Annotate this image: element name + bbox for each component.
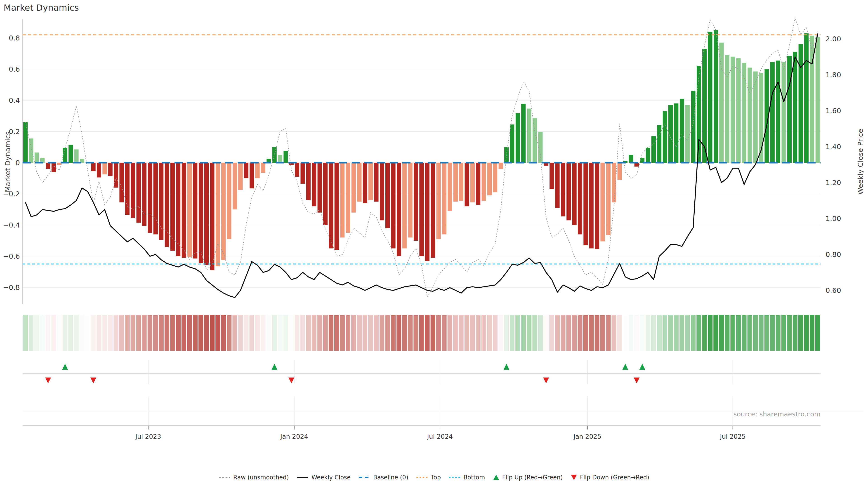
legend-flip-up-swatch bbox=[493, 475, 499, 480]
right-tick-label: 1.80 bbox=[826, 71, 841, 79]
x-axis-tick-label: Jul 2025 bbox=[719, 433, 746, 440]
legend-top-swatch bbox=[416, 477, 428, 478]
flip-down-marker bbox=[543, 378, 549, 383]
legend-raw-swatch bbox=[219, 477, 230, 478]
legend-flip-up-label: Flip Up (Red→Green) bbox=[502, 474, 563, 481]
market-dynamics-page: Market Dynamics 0.80.60.40.20−0.2−0.4−0.… bbox=[0, 0, 868, 488]
right-axis-title: Weekly Close Price bbox=[856, 129, 864, 195]
dynamics-bars bbox=[23, 30, 820, 270]
left-tick-label: −0.6 bbox=[3, 252, 20, 260]
legend-weekly-close: Weekly Close bbox=[297, 474, 350, 481]
left-tick-label: 0.4 bbox=[9, 96, 20, 104]
flip-up-marker bbox=[622, 364, 628, 370]
legend-weekly-close-label: Weekly Close bbox=[311, 474, 350, 481]
legend-baseline-swatch bbox=[359, 477, 370, 478]
right-tick-label: 1.20 bbox=[826, 178, 841, 187]
x-axis-tick-label: Jul 2023 bbox=[135, 433, 161, 440]
legend-top-label: Top bbox=[431, 474, 441, 481]
x-axis-tick-label: Jan 2025 bbox=[573, 433, 601, 440]
flip-up-marker bbox=[504, 364, 509, 370]
flip-up-marker bbox=[62, 364, 68, 370]
source-attribution: source: sharemaestro.com bbox=[733, 410, 820, 418]
legend-bottom: Bottom bbox=[449, 474, 485, 481]
right-tick-label: 1.60 bbox=[826, 107, 841, 115]
right-tick-label: 1.00 bbox=[826, 215, 841, 223]
right-tick-label: 2.00 bbox=[826, 35, 841, 43]
legend-baseline-label: Baseline (0) bbox=[373, 474, 408, 481]
flip-down-marker bbox=[288, 378, 294, 383]
flip-down-marker bbox=[90, 378, 96, 383]
left-tick-label: −0.8 bbox=[3, 283, 20, 291]
legend-weekly-close-swatch bbox=[297, 477, 308, 478]
x-axis-tick-label: Jul 2024 bbox=[427, 433, 453, 440]
flip-down-marker bbox=[45, 378, 51, 383]
legend-bottom-swatch bbox=[449, 477, 460, 478]
legend-bottom-label: Bottom bbox=[463, 474, 485, 481]
left-tick-label: 0.6 bbox=[9, 65, 20, 73]
legend-baseline: Baseline (0) bbox=[359, 474, 408, 481]
legend-flip-down-label: Flip Down (Green→Red) bbox=[580, 474, 649, 481]
right-tick-label: 0.80 bbox=[826, 250, 841, 258]
right-tick-label: 0.60 bbox=[826, 286, 841, 294]
legend-flip-down: Flip Down (Green→Red) bbox=[571, 474, 649, 481]
legend-flip-up: Flip Up (Red→Green) bbox=[493, 474, 563, 481]
flip-up-marker bbox=[639, 364, 645, 370]
left-tick-label: 0.8 bbox=[9, 34, 20, 42]
x-axis-tick-label: Jan 2024 bbox=[280, 433, 308, 440]
flip-down-marker bbox=[633, 378, 640, 383]
legend-top: Top bbox=[416, 474, 441, 481]
right-tick-label: 1.40 bbox=[826, 142, 841, 151]
legend-raw: Raw (unsmoothed) bbox=[219, 474, 289, 481]
left-tick-label: −0.4 bbox=[3, 221, 20, 229]
left-tick-label: 0 bbox=[16, 159, 20, 167]
legend-flip-down-swatch bbox=[571, 475, 577, 480]
heatmap-strip bbox=[23, 315, 820, 351]
flip-up-marker bbox=[272, 364, 277, 370]
chart-legend: Raw (unsmoothed)Weekly CloseBaseline (0)… bbox=[0, 474, 868, 481]
legend-raw-label: Raw (unsmoothed) bbox=[233, 474, 289, 481]
left-axis-title: Market Dynamics bbox=[4, 131, 12, 192]
